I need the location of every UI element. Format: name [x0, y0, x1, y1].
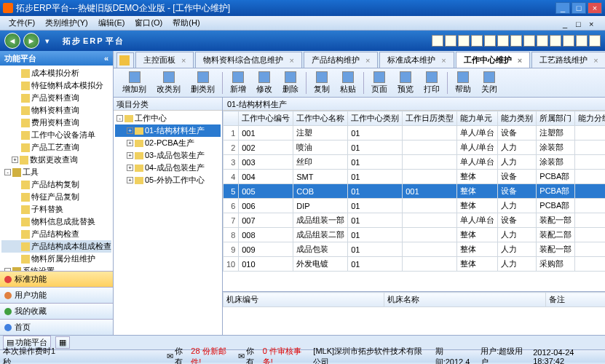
function-tree[interactable]: 成本模拟分析特征物料成本模拟分产品资料查询物料资料查询费用资料查询工作中心设备清…	[0, 66, 113, 271]
nav-item[interactable]: 我的收藏	[0, 303, 113, 319]
tab[interactable]: 标准成本维护×	[379, 52, 454, 68]
menu-help[interactable]: 帮助(H)	[168, 16, 204, 30]
maximize-button[interactable]: □	[572, 2, 586, 14]
tb-icon-4[interactable]	[471, 35, 483, 47]
tab-close-icon[interactable]: ×	[593, 56, 598, 65]
nav-forward-button[interactable]: ►	[23, 33, 39, 49]
tb-icon-13[interactable]	[589, 35, 601, 47]
tree-node[interactable]: 产品资料查询	[1, 92, 111, 104]
tab-home[interactable]	[116, 52, 134, 68]
nav-item[interactable]: 首页	[0, 319, 113, 335]
tab-close-icon[interactable]: ×	[441, 56, 446, 65]
tab[interactable]: 物料资料综合信息维护×	[195, 52, 301, 68]
tb-icon-8[interactable]	[523, 35, 535, 47]
tab-close-icon[interactable]: ×	[518, 56, 522, 65]
tb-icon-3[interactable]	[458, 35, 470, 47]
grid-header[interactable]: 能力单元	[457, 111, 498, 126]
tb-icon-11[interactable]	[563, 35, 574, 47]
tab-close-icon[interactable]: ×	[365, 56, 370, 65]
tb-icon-6[interactable]	[497, 35, 509, 47]
tree-node[interactable]: -工具	[1, 166, 111, 178]
tree-node[interactable]: 产品结构成本组成检查	[1, 240, 111, 253]
tab[interactable]: 工作中心维护×	[456, 52, 530, 68]
menu-edit[interactable]: 编辑(E)	[94, 16, 130, 30]
tree-node[interactable]: 物料资料查询	[1, 104, 111, 116]
table-row[interactable]: 5005COB01001整体设备PCBA部祝末平Vend0125	[224, 184, 606, 199]
ribbon-关闭[interactable]: 关闭	[477, 70, 502, 96]
ribbon-帮助[interactable]: 帮助	[451, 70, 475, 96]
ribbon-新增[interactable]: 新增	[226, 70, 250, 96]
table-row[interactable]: 7007成品组装一部01单人/单台设备装配一部曾雪玲	[224, 213, 606, 228]
table-row[interactable]: 8008成品组装二部01整体人力装配二部陈家容	[224, 228, 606, 242]
minimize-button[interactable]: _	[555, 2, 570, 14]
tb-icon-5[interactable]	[484, 35, 496, 47]
grid-header[interactable]: 能力类别	[498, 111, 537, 126]
ribbon-删除[interactable]: 删除	[278, 70, 303, 96]
tab[interactable]: 主控面板×	[135, 52, 194, 68]
mdi-close[interactable]: ×	[585, 18, 596, 28]
tab-close-icon[interactable]: ×	[289, 56, 293, 65]
tb-icon-12[interactable]	[576, 35, 588, 47]
tree-node[interactable]: 特征物料成本模拟分	[1, 79, 111, 92]
tree-node[interactable]: +数据更改查询	[1, 154, 111, 166]
tree-node[interactable]: 特征产品复制	[1, 191, 111, 203]
grid-header[interactable]: 所属部门	[537, 111, 575, 126]
tab[interactable]: 产品结构维护×	[304, 52, 378, 68]
tree-node[interactable]: 物料信息成批替换	[1, 215, 111, 228]
category-tree[interactable]: -工作中心+01-结构材料生产+02-PCBA生产+03-成品包装生产+04-成…	[114, 111, 222, 335]
tree-node[interactable]: 成本模拟分析	[1, 67, 111, 79]
detail-grid[interactable]: 机床编号机床名称备注	[223, 291, 605, 335]
tree-node[interactable]: 工作中心设备清单	[1, 129, 111, 141]
grid-header[interactable]: 工作中心编号	[239, 111, 293, 126]
tb-icon-2[interactable]	[445, 35, 456, 47]
cat-node[interactable]: +05-外协工作中心	[115, 174, 221, 186]
grid-header[interactable]	[224, 111, 239, 126]
table-row[interactable]: 10010外发电镀01整体人力采购部鞠海棠Vend0072	[224, 257, 606, 272]
grid-header[interactable]: 能力分组号	[575, 111, 605, 126]
main-grid[interactable]: 工作中心编号工作中心名称工作中心类别工作日历类型能力单元能力类别所属部门能力分组…	[223, 111, 605, 291]
cat-node[interactable]: +03-成品包装生产	[115, 149, 221, 162]
nav-item[interactable]: 标准功能	[0, 271, 113, 287]
cat-root[interactable]: -工作中心	[115, 112, 221, 124]
tb-icon-7[interactable]	[510, 35, 522, 47]
menu-window[interactable]: 窗口(O)	[130, 16, 167, 30]
ribbon-页面[interactable]: 页面	[367, 70, 392, 96]
tb-icon-10[interactable]	[550, 35, 561, 47]
menu-file[interactable]: 文件(F)	[4, 16, 39, 30]
grid-header[interactable]: 工作日历类型	[403, 111, 457, 126]
collapse-icon[interactable]: «	[104, 54, 108, 63]
cat-node[interactable]: +02-PCBA生产	[115, 137, 221, 149]
detail-header[interactable]: 机床编号	[224, 293, 384, 307]
tab[interactable]: 工艺路线维护×	[531, 52, 605, 68]
table-row[interactable]: 2002喷油01单人/单台人力涂装部李美根	[224, 141, 606, 155]
ribbon-删类别[interactable]: 删类别	[186, 70, 219, 96]
menu-category[interactable]: 类别维护(Y)	[41, 16, 92, 30]
tree-node[interactable]: 产品工艺查询	[1, 141, 111, 154]
tree-node[interactable]: 费用资料查询	[1, 116, 111, 129]
detail-header[interactable]: 备注	[545, 293, 605, 307]
tab-close-icon[interactable]: ×	[181, 56, 186, 65]
ribbon-预览[interactable]: 预览	[393, 70, 418, 96]
table-row[interactable]: 6006DIP01整体人力PCBA部宋杰Vend0015	[224, 199, 606, 213]
tree-node[interactable]: 产品结构检查	[1, 228, 111, 240]
mdi-minimize[interactable]: _	[558, 18, 570, 28]
status-mail[interactable]: ✉ 你有 28 份新邮件!	[167, 346, 232, 365]
ribbon-改类别[interactable]: 改类别	[152, 70, 185, 96]
table-row[interactable]: 9009成品包装01整体人力装配一部曾雪玲	[224, 242, 606, 257]
tree-node[interactable]: 物料所属分组维护	[1, 253, 111, 265]
cat-node[interactable]: +01-结构材料生产	[115, 124, 221, 137]
table-row[interactable]: 3003丝印01单人/单台人力涂装部李美根	[224, 155, 606, 170]
close-button[interactable]: ×	[588, 2, 602, 14]
nav-back-button[interactable]: ◄	[4, 33, 20, 49]
tree-node[interactable]: 产品结构复制	[1, 178, 111, 191]
tree-node[interactable]: 子料替换	[1, 203, 111, 215]
ribbon-粘贴[interactable]: 粘贴	[336, 70, 360, 96]
tree-node[interactable]: -系统设置	[1, 265, 111, 271]
status-approval[interactable]: ✉ 你有 0 件审核事务!	[238, 346, 307, 365]
tb-icon-9[interactable]	[537, 35, 548, 47]
ribbon-打印[interactable]: 打印	[419, 70, 444, 96]
ribbon-增加别[interactable]: 增加别	[118, 70, 151, 96]
detail-header[interactable]: 机床名称	[384, 293, 545, 307]
table-row[interactable]: 1001注塑01单人/单台设备注塑部龙语格	[224, 126, 606, 141]
grid-header[interactable]: 工作中心名称	[293, 111, 348, 126]
